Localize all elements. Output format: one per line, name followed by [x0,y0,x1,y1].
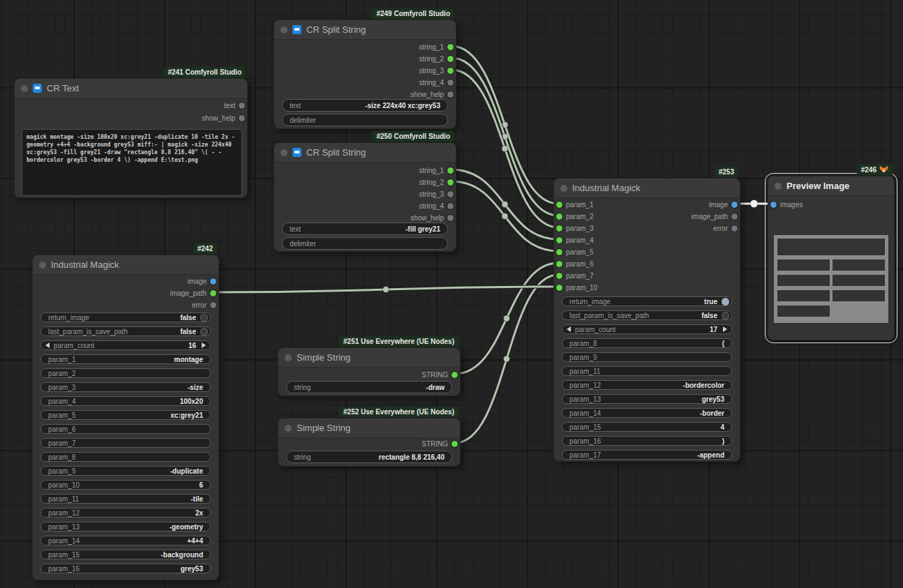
node-title-bar[interactable]: Preview Image [768,176,894,196]
output-dot-image[interactable] [731,202,738,208]
pill-widget-param_15[interactable]: param_154 [562,422,732,432]
pill-widget-param_11[interactable]: param_11-tile [40,494,211,504]
input-dot-param_3[interactable] [556,225,562,232]
output-dot-string_2[interactable] [447,179,454,186]
node-cr-text-241[interactable]: #241 Comfyroll StudioCR Texttextshow_hel… [14,78,248,198]
pill-widget-param_14[interactable]: param_14-border [562,408,732,418]
toggle-knob[interactable] [722,298,729,306]
output-dot-image_path[interactable] [210,290,216,296]
pill-widget-param_3[interactable]: param_3-size [40,382,211,392]
output-dot-string_2[interactable] [447,56,454,62]
node-industrial-magick-253[interactable]: #253Industrial Magickparam_1param_2param… [553,178,740,462]
pill-widget-param_9[interactable]: param_9-duplicate [40,466,211,476]
pill-widget-param_9[interactable]: param_9 [562,352,732,362]
collapse-dot[interactable] [281,27,288,33]
node-preview-image-246[interactable]: #246Preview Imageimages [768,176,895,340]
output-dot-error[interactable] [210,302,216,308]
node-title-bar[interactable]: Simple String [278,419,460,438]
node-title-bar[interactable]: CR Split String [274,143,456,163]
pill-widget-param_4[interactable]: param_4100x20 [40,396,211,406]
toggle-knob[interactable] [722,312,729,319]
pill-widget-param_8[interactable]: param_8 [40,452,211,462]
link-midpoint-dot[interactable] [502,202,508,208]
input-dot-param_10[interactable] [556,285,562,291]
link-midpoint-dot[interactable] [383,287,389,293]
pill-widget-param_16[interactable]: param_16grey53 [40,564,211,573]
toggle-widget-return_image[interactable]: return_imagefalse [40,312,211,322]
input-dot-param_2[interactable] [556,213,562,220]
text-widget-delimiter[interactable]: delimiter [282,114,448,126]
output-dot-string_4[interactable] [447,80,454,86]
pill-widget-param_13[interactable]: param_13-geometry [40,522,211,532]
output-dot-show_help[interactable] [447,91,454,98]
output-dot-string_3[interactable] [447,191,454,197]
node-cr-split-string-249[interactable]: #249 Comfyroll StudioCR Split Stringstri… [274,20,456,129]
text-widget-string[interactable]: string-draw [286,381,452,393]
toggle-widget-last_param_is_save_path[interactable]: last_param_is_save_pathfalse [40,326,211,336]
output-dot-show_help[interactable] [239,115,245,121]
output-dot-show_help[interactable] [447,215,454,221]
pill-widget-param_8[interactable]: param_8( [562,338,732,348]
node-title-bar[interactable]: CR Split String [274,20,456,40]
text-widget-delimiter[interactable]: delimiter [282,237,448,250]
node-industrial-magick-242[interactable]: #242Industrial Magickimageimage_patherro… [32,255,219,580]
output-dot-text[interactable] [239,103,245,109]
node-cr-split-string-250[interactable]: #250 Comfyroll StudioCR Split Stringstri… [274,142,456,252]
stepper-widget-param_count[interactable]: param_count16 [40,340,211,350]
node-simple-string-251[interactable]: #251 Use Everywhere (UE Nodes)Simple Str… [278,347,461,396]
pill-widget-param_6[interactable]: param_6 [40,424,211,434]
input-dot-images[interactable] [770,202,777,208]
node-title-bar[interactable]: Simple String [278,348,460,368]
input-dot-param_6[interactable] [556,261,562,267]
collapse-dot[interactable] [39,262,46,269]
decrement-arrow[interactable] [45,342,50,348]
increment-arrow[interactable] [723,326,727,332]
output-dot-string_1[interactable] [447,44,454,50]
stepper-widget-param_count[interactable]: param_count17 [562,324,732,334]
output-dot-STRING[interactable] [452,372,458,378]
text-widget[interactable]: magick montage -size 100x20 xc:grey21 -d… [22,129,242,196]
decrement-arrow[interactable] [567,326,571,332]
node-simple-string-252[interactable]: #252 Use Everywhere (UE Nodes)Simple Str… [278,418,461,467]
pill-widget-param_12[interactable]: param_12-bordercolor [562,380,732,390]
link-midpoint-dot[interactable] [750,200,758,208]
collapse-dot[interactable] [560,185,567,192]
node-title-bar[interactable]: Industrial Magick [554,179,740,198]
pill-widget-param_10[interactable]: param_106 [40,480,211,490]
output-dot-string_3[interactable] [447,68,454,74]
collapse-dot[interactable] [285,425,292,432]
pill-widget-param_11[interactable]: param_11 [562,366,732,376]
pill-widget-param_7[interactable]: param_7 [40,438,211,448]
pill-widget-param_13[interactable]: param_13grey53 [562,394,732,404]
graph-canvas[interactable]: #241 Comfyroll StudioCR Texttextshow_hel… [0,0,903,588]
node-title-bar[interactable]: Industrial Magick [33,255,218,275]
pill-widget-param_12[interactable]: param_122x [40,508,211,518]
link-midpoint-dot[interactable] [504,356,510,362]
collapse-dot[interactable] [281,149,288,156]
link-midpoint-dot[interactable] [502,146,508,152]
pill-widget-param_1[interactable]: param_1montage [40,354,211,364]
toggle-widget-return_image[interactable]: return_imagetrue [562,296,732,306]
toggle-knob[interactable] [200,314,208,322]
text-widget-string[interactable]: stringrectangle 8,8 216,40 [286,451,452,463]
link-midpoint-dot[interactable] [502,213,508,220]
pill-widget-param_17[interactable]: param_17-append [562,450,732,460]
collapse-dot[interactable] [775,183,782,190]
toggle-widget-last_param_is_save_path[interactable]: last_param_is_save_pathfalse [562,310,732,320]
collapse-dot[interactable] [21,85,28,92]
input-dot-param_7[interactable] [556,273,562,279]
output-dot-image_path[interactable] [731,213,738,220]
output-dot-error[interactable] [731,225,738,232]
collapse-dot[interactable] [285,354,292,361]
pill-widget-param_2[interactable]: param_2 [40,368,211,378]
input-dot-param_4[interactable] [556,237,562,243]
text-widget-text[interactable]: text-fill grey21 [282,223,448,235]
output-dot-string_1[interactable] [447,167,454,174]
pill-widget-param_15[interactable]: param_15-background [40,550,211,559]
increment-arrow[interactable] [202,342,206,348]
text-widget-text[interactable]: text-size 224x40 xc:grey53 [282,99,448,112]
node-title-bar[interactable]: CR Text [15,79,247,98]
output-dot-image[interactable] [210,278,216,285]
input-dot-param_1[interactable] [556,202,562,208]
link-midpoint-dot[interactable] [504,315,510,322]
